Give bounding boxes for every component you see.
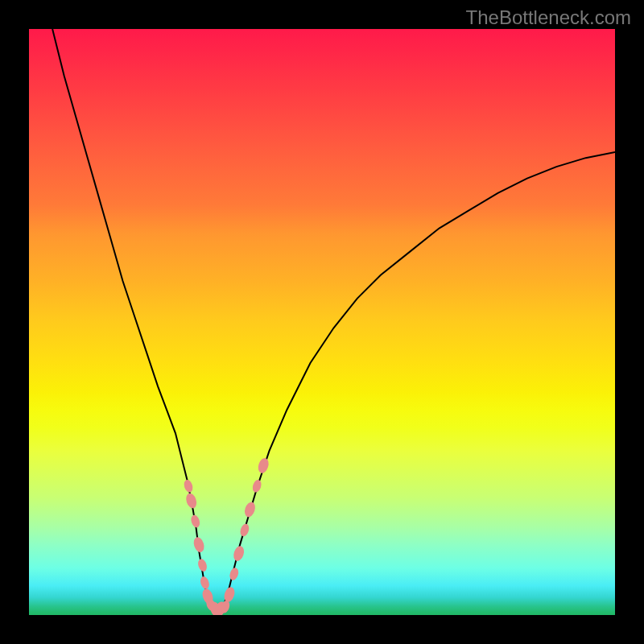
chart-svg bbox=[29, 29, 615, 615]
data-marker bbox=[199, 576, 210, 590]
curve-right-branch bbox=[222, 152, 615, 609]
data-marker bbox=[251, 479, 262, 493]
data-marker bbox=[192, 536, 205, 554]
data-marker bbox=[196, 558, 208, 572]
plot-gradient-area bbox=[29, 29, 615, 615]
data-marker bbox=[243, 501, 257, 518]
watermark-text: TheBottleneck.com bbox=[466, 6, 631, 29]
data-marker bbox=[183, 479, 194, 493]
data-marker bbox=[257, 456, 270, 474]
marker-group bbox=[183, 456, 270, 615]
data-marker bbox=[232, 545, 246, 563]
data-marker bbox=[239, 522, 250, 537]
curve-left-branch bbox=[52, 29, 211, 609]
data-marker bbox=[190, 514, 201, 528]
data-marker bbox=[229, 567, 240, 581]
data-marker bbox=[184, 492, 198, 510]
curve-group bbox=[52, 29, 615, 609]
